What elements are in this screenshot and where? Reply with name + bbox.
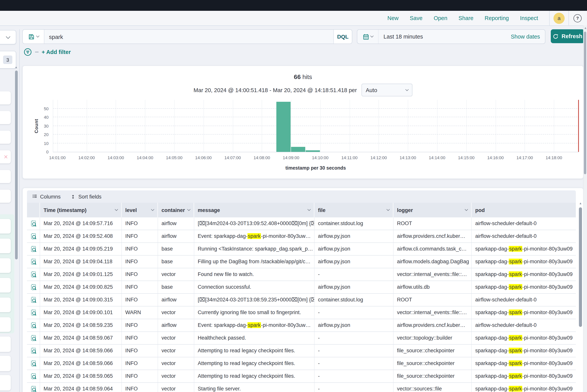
histogram-bar[interactable]: [276, 102, 290, 152]
column-header-container[interactable]: container: [158, 203, 194, 218]
expand-document-button[interactable]: [27, 281, 40, 293]
x-axis-tick: 14:07:00: [224, 155, 241, 160]
expand-document-button[interactable]: [27, 357, 40, 370]
column-header-label: level: [125, 207, 137, 213]
x-axis-tick: 14:16:00: [487, 155, 504, 160]
columns-button[interactable]: Columns: [32, 194, 61, 200]
chevron-down-icon[interactable]: [386, 208, 390, 211]
column-header-expand: [27, 203, 40, 218]
cell-file: -: [314, 268, 394, 280]
y-gridline: [53, 143, 579, 143]
column-header-level[interactable]: level: [122, 203, 158, 218]
quick-select-menu-button[interactable]: [357, 30, 378, 44]
saved-query-menu-button[interactable]: [23, 30, 44, 44]
cell-file: airflow.py.json: [314, 243, 394, 255]
sidebar-scrollbar[interactable]: [15, 70, 18, 260]
time-range-value[interactable]: Last 18 minutes: [378, 34, 511, 40]
table-row: Mar 20, 2024 @ 14:09:00.315INFOairflow[⌧…: [27, 294, 576, 306]
y-gridline: [53, 134, 579, 134]
inspect-document-icon: [30, 271, 37, 278]
avatar[interactable]: a: [554, 12, 565, 24]
expand-document-button[interactable]: [27, 319, 40, 332]
column-header-file[interactable]: file: [314, 203, 394, 218]
query-input[interactable]: [44, 30, 334, 44]
cell-level: INFO: [122, 332, 158, 344]
nav-link-share[interactable]: Share: [458, 15, 473, 21]
expand-document-button[interactable]: [27, 332, 40, 344]
chevron-down-icon[interactable]: [465, 208, 468, 211]
x-axis-tick: 14:13:00: [400, 155, 416, 160]
field-item[interactable]: [0, 258, 11, 273]
field-item[interactable]: [0, 190, 11, 203]
x-gridline: [408, 100, 408, 152]
index-pattern-collapse-button[interactable]: [0, 30, 16, 44]
cell-file: -: [314, 357, 394, 370]
remove-field-icon[interactable]: ✕: [4, 154, 8, 160]
field-item[interactable]: [0, 91, 11, 104]
expand-document-button[interactable]: [27, 218, 40, 230]
nav-link-open[interactable]: Open: [434, 15, 447, 21]
field-item[interactable]: [0, 317, 11, 332]
field-item[interactable]: [0, 375, 11, 390]
filter-icon[interactable]: [24, 48, 32, 56]
interval-select[interactable]: Auto: [362, 84, 412, 96]
field-item[interactable]: [0, 111, 11, 124]
refresh-button[interactable]: Refresh: [551, 29, 584, 43]
expand-document-button[interactable]: [27, 344, 40, 357]
cell-message: [⌧[34m2024-03-20T13:09:52.408+0000⌧[0m] …: [194, 218, 314, 230]
x-axis-tick: 14:08:00: [254, 155, 270, 160]
cell-time: Mar 20, 2024 @ 14:08:59.065: [40, 370, 122, 382]
column-header-time[interactable]: Time (timestamp): [40, 203, 122, 218]
histogram-bar[interactable]: [306, 150, 320, 152]
cell-logger: airflow.models.dagbag.DagBag: [394, 256, 472, 268]
sidebar-scroll-up-icon[interactable]: ▲: [15, 66, 18, 69]
expand-document-button[interactable]: [27, 243, 40, 255]
field-item[interactable]: [0, 131, 11, 144]
field-item[interactable]: ✕: [0, 150, 11, 164]
cell-logger: file_source::checkpointer: [394, 357, 472, 370]
field-item[interactable]: [0, 278, 11, 292]
cell-level: INFO: [122, 230, 158, 242]
cell-time: Mar 20, 2024 @ 14:08:59.064: [40, 383, 122, 392]
column-header-logger[interactable]: logger: [394, 203, 472, 218]
page-scroll-up-icon[interactable]: ▲: [584, 26, 587, 30]
field-item[interactable]: [0, 238, 11, 253]
query-language-button[interactable]: DQL: [334, 30, 352, 44]
expand-document-button[interactable]: [27, 306, 40, 319]
page-scrollbar[interactable]: [584, 32, 586, 174]
expand-document-button[interactable]: [27, 268, 40, 280]
chevron-down-icon[interactable]: [115, 208, 118, 211]
field-item[interactable]: [0, 219, 11, 234]
expand-document-button[interactable]: [27, 294, 40, 306]
sort-fields-button[interactable]: Sort fields: [71, 194, 102, 200]
chevron-down-icon[interactable]: [308, 208, 311, 211]
column-header-pod[interactable]: pod: [472, 203, 576, 218]
expand-document-button[interactable]: [27, 383, 40, 392]
field-item[interactable]: [0, 298, 11, 312]
show-dates-button[interactable]: Show dates: [511, 34, 545, 40]
nav-link-inspect[interactable]: Inspect: [520, 15, 538, 21]
help-icon[interactable]: ?: [574, 14, 582, 22]
chevron-down-icon[interactable]: [187, 208, 190, 211]
add-filter-button[interactable]: + Add filter: [42, 49, 71, 55]
nav-link-new[interactable]: New: [387, 15, 398, 21]
chevron-down-icon[interactable]: [151, 208, 154, 211]
field-item[interactable]: [0, 170, 11, 183]
interval-value: Auto: [366, 87, 377, 93]
cell-container: vector: [158, 268, 194, 280]
field-item[interactable]: [0, 336, 11, 352]
nav-link-reporting[interactable]: Reporting: [485, 15, 509, 21]
table-scroll-up-icon[interactable]: ▲: [579, 202, 582, 205]
histogram-bar[interactable]: [291, 147, 305, 152]
x-gridline: [58, 100, 58, 152]
x-axis-tick: 14:11:00: [341, 155, 358, 160]
table-scrollbar[interactable]: [579, 207, 582, 327]
table-row: Mar 20, 2024 @ 14:09:00.825INFObaseConne…: [27, 281, 576, 294]
column-header-message[interactable]: message: [194, 203, 314, 218]
expand-document-button[interactable]: [27, 256, 40, 268]
field-item[interactable]: [0, 356, 11, 371]
expand-document-button[interactable]: [27, 370, 40, 382]
expand-document-button[interactable]: [27, 230, 40, 242]
chart-plot[interactable]: Count 14:01:0014:02:0014:03:0014:04:0014…: [53, 100, 579, 152]
nav-link-save[interactable]: Save: [410, 15, 422, 21]
